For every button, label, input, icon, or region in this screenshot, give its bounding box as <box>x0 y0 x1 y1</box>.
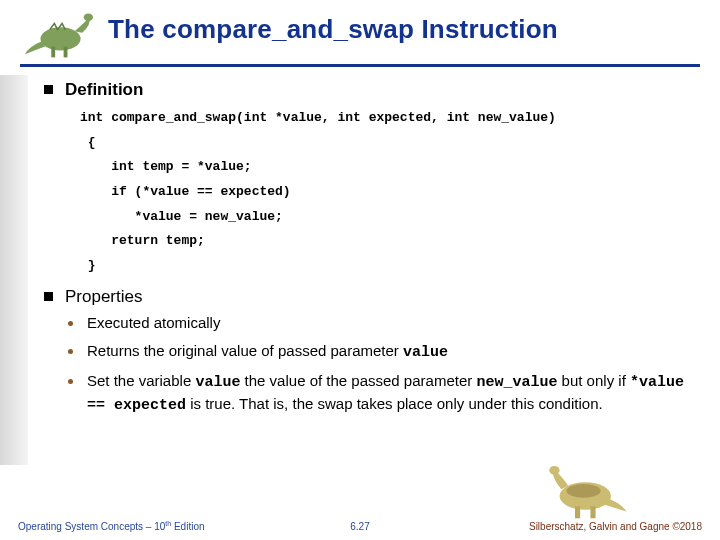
text: the value of the passed parameter <box>240 372 476 389</box>
dinosaur-icon <box>20 8 98 62</box>
slide-title: The compare_and_swap Instruction <box>108 14 558 45</box>
text: is true. That is, the swap takes place o… <box>186 395 603 412</box>
text: but only if <box>557 372 630 389</box>
footer-copyright: Silberschatz, Galvin and Gagne ©2018 <box>529 521 702 532</box>
code-inline: value <box>403 344 448 361</box>
definition-heading-row: Definition <box>44 80 700 100</box>
code-block: int compare_and_swap(int *value, int exp… <box>80 106 700 279</box>
svg-point-5 <box>549 466 559 475</box>
property-set: Set the variable value the value of the … <box>87 371 700 416</box>
code-line: if (*value == expected) <box>80 180 700 205</box>
svg-rect-3 <box>64 47 68 58</box>
footer-page-number: 6.27 <box>350 521 369 532</box>
property-returns: Returns the original value of passed par… <box>87 341 448 363</box>
property-atomic: Executed atomically <box>87 313 220 333</box>
svg-point-0 <box>40 27 80 50</box>
code-line: } <box>80 254 700 279</box>
slide-header: The compare_and_swap Instruction <box>0 0 720 62</box>
code-line: { <box>80 131 700 156</box>
title-underline <box>20 64 700 67</box>
svg-point-1 <box>84 13 93 21</box>
svg-rect-7 <box>590 506 595 518</box>
dot-bullet-icon <box>68 349 73 354</box>
dot-bullet-icon <box>68 321 73 326</box>
code-line: *value = new_value; <box>80 205 700 230</box>
text: Edition <box>171 521 204 532</box>
dinosaur-footer-icon <box>542 460 632 520</box>
text: Returns the original value of passed par… <box>87 342 403 359</box>
properties-heading-row: Properties <box>44 287 700 307</box>
svg-point-8 <box>566 484 600 498</box>
code-line: int compare_and_swap(int *value, int exp… <box>80 106 700 131</box>
list-item: Returns the original value of passed par… <box>68 341 700 363</box>
properties-list: Executed atomically Returns the original… <box>68 313 700 416</box>
svg-rect-6 <box>575 506 580 518</box>
list-item: Executed atomically <box>68 313 700 333</box>
slide-content: Definition int compare_and_swap(int *val… <box>44 80 700 424</box>
definition-heading: Definition <box>65 80 143 100</box>
code-line: return temp; <box>80 229 700 254</box>
slide-footer: Operating System Concepts – 10th Edition… <box>18 520 702 532</box>
square-bullet-icon <box>44 292 53 301</box>
list-item: Set the variable value the value of the … <box>68 371 700 416</box>
svg-rect-2 <box>51 47 55 58</box>
sidebar-stripe <box>0 75 28 465</box>
text: Operating System Concepts – 10 <box>18 521 165 532</box>
code-inline: new_value <box>476 374 557 391</box>
dot-bullet-icon <box>68 379 73 384</box>
text: Set the variable <box>87 372 195 389</box>
code-line: int temp = *value; <box>80 155 700 180</box>
properties-heading: Properties <box>65 287 142 307</box>
square-bullet-icon <box>44 85 53 94</box>
code-inline: value <box>195 374 240 391</box>
footer-left: Operating System Concepts – 10th Edition <box>18 520 205 532</box>
